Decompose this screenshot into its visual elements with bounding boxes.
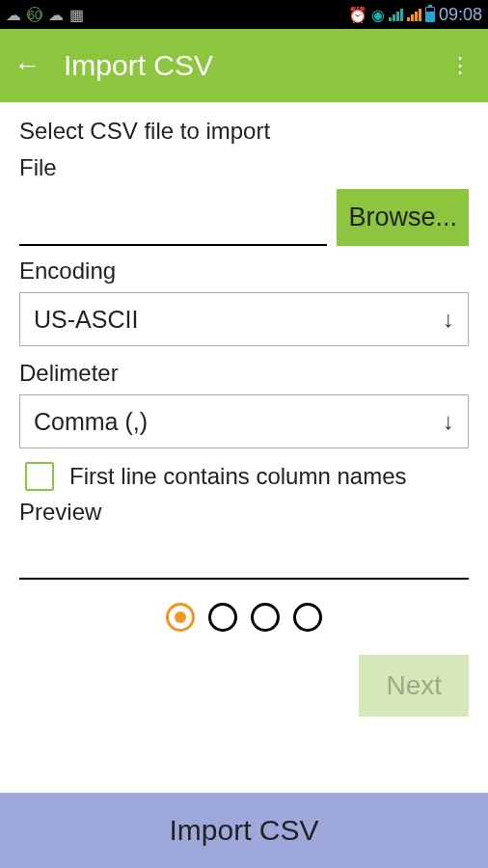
firstline-row: First line contains column names bbox=[25, 462, 469, 491]
file-path-input[interactable] bbox=[19, 194, 327, 246]
bottom-banner[interactable]: Import CSV bbox=[0, 793, 488, 868]
signal-icon-2 bbox=[407, 9, 421, 21]
instruction-text: Select CSV file to import bbox=[19, 118, 469, 145]
file-label: File bbox=[19, 154, 469, 181]
file-row: Browse... bbox=[19, 189, 469, 246]
alarm-icon: ⏰ bbox=[348, 6, 367, 24]
status-bar: ☁ 60 ☁ ▦ ⏰ ◉ 09:08 bbox=[0, 0, 488, 29]
next-row: Next bbox=[19, 655, 469, 717]
page-indicator bbox=[19, 603, 469, 632]
signal-icon-1 bbox=[389, 9, 403, 21]
delimiter-label: Delimeter bbox=[19, 360, 469, 387]
status-right: ⏰ ◉ 09:08 bbox=[348, 5, 482, 25]
browse-button[interactable]: Browse... bbox=[337, 189, 469, 246]
app-title: Import CSV bbox=[64, 49, 446, 82]
delimiter-select[interactable]: Comma (,) ↓ bbox=[19, 394, 469, 448]
encoding-select[interactable]: US-ASCII ↓ bbox=[19, 292, 469, 346]
clock-time: 09:08 bbox=[439, 5, 482, 25]
chevron-down-icon: ↓ bbox=[443, 306, 454, 333]
picture-icon: ▦ bbox=[69, 6, 84, 24]
battery-icon bbox=[425, 7, 435, 22]
firstline-checkbox[interactable] bbox=[25, 462, 54, 491]
status-left: ☁ 60 ☁ ▦ bbox=[6, 6, 84, 24]
badge-icon: 60 bbox=[27, 7, 42, 22]
page-dot-1[interactable] bbox=[166, 603, 195, 632]
banner-label: Import CSV bbox=[169, 814, 318, 847]
overflow-menu-icon[interactable]: ⋮ bbox=[446, 53, 474, 78]
cloud-sync-icon: ☁ bbox=[48, 6, 64, 24]
page-dot-4[interactable] bbox=[293, 603, 322, 632]
preview-area bbox=[19, 533, 469, 580]
delimiter-value: Comma (,) bbox=[34, 408, 148, 436]
encoding-label: Encoding bbox=[19, 258, 469, 285]
back-arrow-icon[interactable]: ← bbox=[14, 50, 41, 81]
next-button[interactable]: Next bbox=[359, 655, 469, 717]
encoding-value: US-ASCII bbox=[34, 306, 138, 334]
cloud-icon: ☁ bbox=[6, 6, 21, 24]
app-bar: ← Import CSV ⋮ bbox=[0, 29, 488, 102]
preview-label: Preview bbox=[19, 499, 469, 526]
wifi-icon: ◉ bbox=[371, 6, 385, 24]
firstline-label: First line contains column names bbox=[69, 463, 406, 490]
chevron-down-icon: ↓ bbox=[443, 408, 454, 435]
page-dot-3[interactable] bbox=[251, 603, 280, 632]
content-area: Select CSV file to import File Browse...… bbox=[0, 102, 488, 717]
page-dot-2[interactable] bbox=[208, 603, 237, 632]
